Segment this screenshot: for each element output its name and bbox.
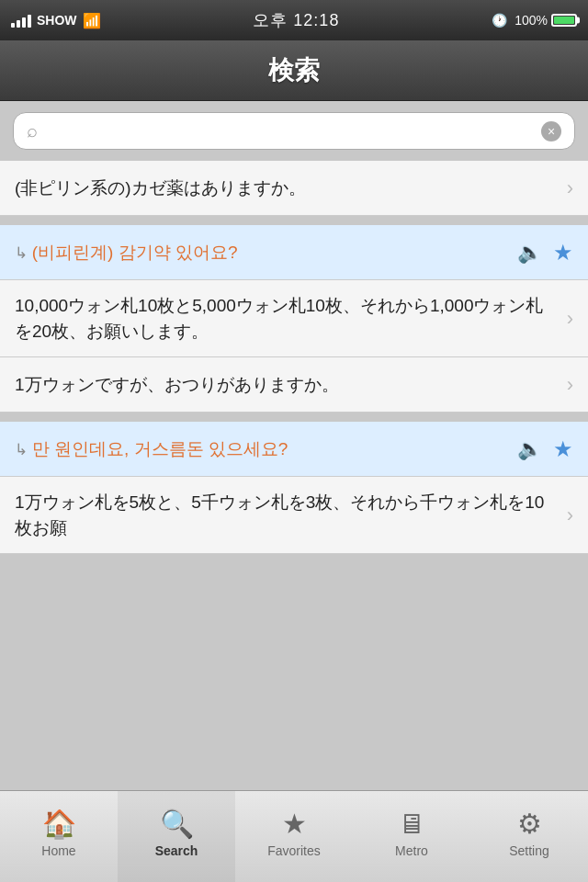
search-bar-container: ⌕ × [0, 101, 588, 161]
home-icon: 🏠 [42, 808, 76, 840]
item-text: (非ピリン系の)カゼ薬はありますか。 [15, 175, 560, 201]
status-time: 오후 12:18 [253, 9, 339, 31]
tab-label-search: Search [155, 843, 198, 858]
battery-percent: 100% [514, 13, 548, 28]
item-text: 10,000ウォン札10枚と5,000ウォン札10枚、それから1,000ウォン札… [15, 293, 560, 344]
signal-bars [11, 13, 31, 28]
list-item[interactable]: 10,000ウォン札10枚と5,000ウォン札10枚、それから1,000ウォン札… [0, 280, 588, 357]
tab-label-metro: Metro [395, 843, 428, 858]
item-actions: 🔈 ★ [517, 240, 573, 266]
chevron-icon: › [567, 503, 573, 527]
item-text: 1万ウォンですが、おつりがありますか。 [15, 372, 560, 398]
battery-icon [551, 14, 577, 27]
list-item[interactable]: ↳ (비피린계) 감기약 있어요? 🔈 ★ [0, 225, 588, 280]
signal-bar-3 [22, 17, 26, 28]
divider [0, 413, 588, 422]
setting-icon: ⚙ [517, 808, 542, 840]
search-globe-icon: 🔍 [160, 808, 194, 840]
favorites-icon: ★ [282, 808, 307, 840]
tab-item-search[interactable]: 🔍 Search [118, 791, 235, 882]
tab-item-setting[interactable]: ⚙ Setting [470, 791, 588, 882]
status-bar: SHOW 📶 오후 12:18 🕐 100% [0, 0, 588, 40]
search-input[interactable] [45, 121, 541, 141]
item-text: 1万ウォン札を5枚と、5千ウォン札を3枚、それから千ウォン札を10枚お願 [15, 490, 560, 540]
signal-bar-1 [11, 23, 15, 28]
chevron-icon: › [567, 307, 573, 331]
list-item[interactable]: 1万ウォン札を5枚と、5千ウォン札を3枚、それから千ウォン札を10枚お願 › [0, 477, 588, 554]
clear-icon: × [548, 124, 555, 139]
tab-item-favorites[interactable]: ★ Favorites [235, 791, 353, 882]
star-icon[interactable]: ★ [553, 436, 573, 462]
speaker-icon[interactable]: 🔈 [517, 437, 542, 461]
list-item[interactable]: (非ピリン系の)カゼ薬はありますか。 › [0, 161, 588, 216]
chevron-icon: › [567, 176, 573, 200]
wifi-icon: 📶 [83, 12, 101, 29]
battery-container: 100% [514, 13, 577, 28]
speaker-icon[interactable]: 🔈 [517, 241, 542, 265]
tab-item-home[interactable]: 🏠 Home [0, 791, 118, 882]
signal-bar-2 [17, 20, 20, 28]
star-icon[interactable]: ★ [553, 240, 573, 266]
tab-label-setting: Setting [509, 843, 549, 858]
item-actions: 🔈 ★ [517, 436, 573, 462]
nav-title: 検索 [268, 53, 320, 88]
item-text: ↳ 만 원인데요, 거스름돈 있으세요? [15, 436, 508, 462]
metro-icon: 🖥 [398, 808, 425, 840]
divider [0, 216, 588, 225]
nav-bar: 検索 [0, 40, 588, 101]
content-area: (非ピリン系の)カゼ薬はありますか。 › ↳ (비피린계) 감기약 있어요? 🔈… [0, 161, 588, 798]
list-item[interactable]: 1万ウォンですが、おつりがありますか。 › [0, 357, 588, 413]
status-left: SHOW 📶 [11, 12, 101, 29]
tab-label-favorites: Favorites [267, 843, 321, 858]
tab-bar: 🏠 Home 🔍 Search ★ Favorites 🖥 Metro ⚙ Se… [0, 790, 588, 882]
carrier-label: SHOW [37, 13, 77, 28]
signal-bar-4 [28, 15, 31, 28]
list-item[interactable]: ↳ 만 원인데요, 거스름돈 있으세요? 🔈 ★ [0, 422, 588, 477]
tab-label-home: Home [41, 843, 75, 858]
status-right: 🕐 100% [492, 13, 577, 28]
search-icon: ⌕ [27, 120, 38, 141]
item-text: ↳ (비피린계) 감기약 있어요? [15, 240, 508, 266]
tab-item-metro[interactable]: 🖥 Metro [353, 791, 470, 882]
search-bar[interactable]: ⌕ × [13, 112, 575, 150]
clear-button[interactable]: × [541, 121, 561, 141]
battery-fill [554, 17, 574, 24]
clock-icon: 🕐 [492, 13, 507, 28]
chevron-icon: › [567, 373, 573, 397]
